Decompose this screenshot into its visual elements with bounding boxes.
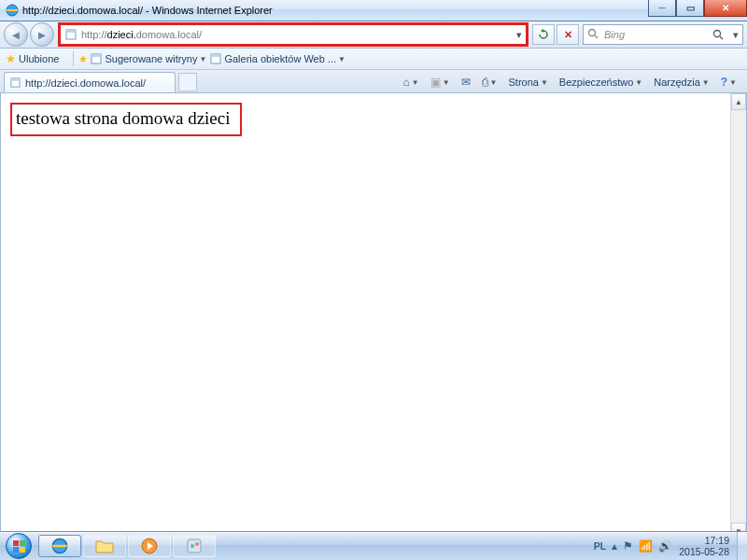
window-title: http://dzieci.domowa.local/ - Windows In… (22, 5, 747, 16)
mail-icon: ✉ (461, 76, 471, 89)
stop-button[interactable]: ✕ (557, 24, 579, 45)
search-provider-icon (587, 28, 600, 41)
print-button[interactable]: ⎙▼ (477, 72, 502, 92)
taskbar-app[interactable] (173, 535, 216, 557)
svg-rect-2 (66, 30, 76, 33)
start-button[interactable] (0, 532, 37, 560)
highlight-box: testowa strona domowa dzieci (10, 103, 242, 136)
tab-title: http://dzieci.domowa.local/ (25, 77, 146, 89)
print-icon: ⎙ (482, 76, 488, 89)
suggested-sites-item[interactable]: ★ Sugerowane witryny ▼ (78, 53, 206, 65)
favorites-star-icon[interactable]: ★ (6, 52, 16, 65)
svg-rect-8 (92, 54, 101, 57)
close-button[interactable]: ✕ (704, 0, 747, 17)
minimize-button[interactable]: ─ (648, 0, 676, 17)
search-box[interactable]: Bing ▾ (583, 24, 743, 45)
svg-rect-10 (211, 54, 220, 57)
address-bar[interactable]: http://dzieci.domowa.local/ ▾ (59, 23, 528, 46)
app-icon (186, 538, 203, 554)
page-mini-icon (91, 53, 102, 64)
new-tab-button[interactable] (178, 73, 197, 91)
navigation-toolbar: ◄ ► http://dzieci.domowa.local/ ▾ ✕ Bing… (0, 21, 747, 49)
search-placeholder: Bing (604, 29, 712, 40)
taskbar-media-player[interactable] (128, 535, 171, 557)
help-icon: ? (721, 76, 727, 89)
taskbar-clock[interactable]: 17:19 2015-05-28 (679, 535, 729, 557)
svg-rect-12 (11, 77, 20, 80)
help-button[interactable]: ?▼ (716, 72, 741, 92)
clock-time: 17:19 (679, 535, 729, 546)
ie-icon (6, 4, 19, 17)
window-titlebar: http://dzieci.domowa.local/ - Windows In… (0, 0, 747, 21)
taskbar-explorer[interactable] (83, 535, 126, 557)
read-mail-button[interactable]: ✉ (457, 72, 475, 92)
page-content: testowa strona domowa dzieci ▲ ▼ (0, 93, 747, 539)
language-indicator[interactable]: PL (594, 540, 606, 552)
search-go-button[interactable] (712, 29, 729, 40)
home-button[interactable]: ⌂▼ (399, 72, 424, 92)
refresh-button[interactable] (532, 24, 555, 45)
search-dropdown[interactable]: ▾ (729, 29, 742, 41)
svg-point-5 (714, 31, 721, 37)
command-bar: ⌂▼ ▣▼ ✉ ⎙▼ Strona▼ Bezpieczeństwo▼ Narzę… (197, 72, 747, 92)
ie-icon (51, 538, 68, 554)
address-dropdown[interactable]: ▾ (513, 29, 526, 41)
favorites-bar: ★ Ulubione ★ Sugerowane witryny ▼ Galeri… (0, 49, 747, 70)
folder-icon (95, 539, 114, 553)
volume-icon[interactable]: 🔊 (658, 539, 672, 553)
rss-icon: ▣ (430, 76, 441, 89)
browser-tab[interactable]: http://dzieci.domowa.local/ (4, 72, 176, 92)
web-gallery-item[interactable]: Galeria obiektów Web ... ▼ (210, 53, 345, 64)
separator (73, 51, 74, 66)
svg-point-3 (589, 30, 596, 36)
show-hidden-icons[interactable]: ▴ (612, 539, 617, 553)
chevron-down-icon: ▼ (199, 55, 206, 63)
chevron-down-icon: ▼ (338, 55, 345, 63)
feeds-button[interactable]: ▣▼ (426, 72, 455, 92)
back-button[interactable]: ◄ (4, 22, 28, 47)
address-url: http://dzieci.domowa.local/ (81, 29, 513, 40)
maximize-button[interactable]: ▭ (676, 0, 704, 17)
tools-menu[interactable]: Narzędzia▼ (649, 72, 713, 92)
svg-point-16 (190, 544, 194, 548)
windows-taskbar: PL ▴ ⚑ 📶 🔊 17:19 2015-05-28 (0, 531, 747, 560)
taskbar-ie[interactable] (38, 535, 81, 557)
home-icon: ⌂ (403, 76, 410, 89)
page-icon (10, 77, 21, 89)
star-icon: ★ (78, 53, 88, 65)
svg-line-6 (720, 36, 723, 39)
svg-line-4 (595, 35, 598, 38)
svg-point-17 (195, 542, 199, 546)
page-menu[interactable]: Strona▼ (504, 72, 553, 92)
scroll-track[interactable] (731, 110, 746, 523)
page-heading: testowa strona domowa dzieci (16, 108, 231, 128)
action-center-icon[interactable]: ⚑ (623, 539, 633, 553)
scroll-up-button[interactable]: ▲ (731, 93, 746, 110)
system-tray: PL ▴ ⚑ 📶 🔊 17:19 2015-05-28 (587, 532, 737, 560)
page-icon (64, 28, 78, 41)
media-player-icon (141, 538, 158, 554)
show-desktop-button[interactable] (737, 532, 747, 560)
page-mini-icon (210, 53, 221, 64)
safety-menu[interactable]: Bezpieczeństwo▼ (555, 72, 647, 92)
favorites-label[interactable]: Ulubione (19, 53, 59, 64)
forward-button[interactable]: ► (30, 22, 54, 47)
vertical-scrollbar[interactable]: ▲ ▼ (730, 93, 746, 539)
windows-orb-icon (6, 533, 32, 559)
clock-date: 2015-05-28 (679, 546, 729, 557)
network-icon[interactable]: 📶 (639, 539, 653, 553)
tab-bar: http://dzieci.domowa.local/ ⌂▼ ▣▼ ✉ ⎙▼ S… (0, 70, 747, 93)
